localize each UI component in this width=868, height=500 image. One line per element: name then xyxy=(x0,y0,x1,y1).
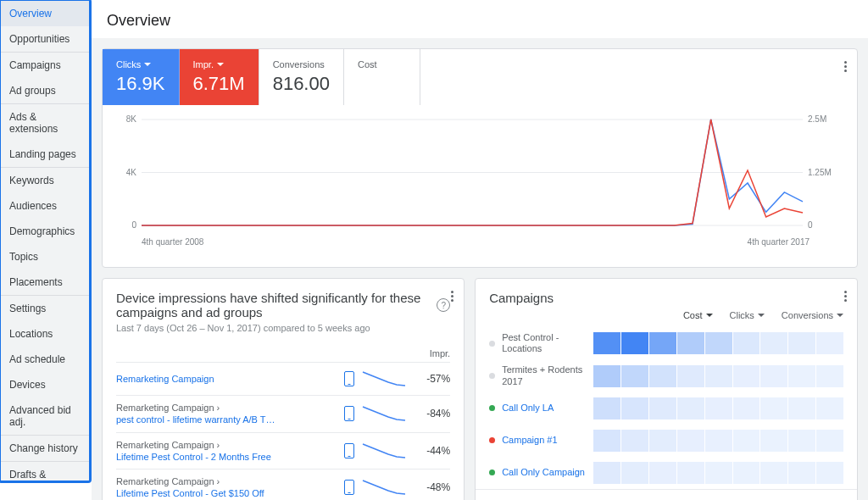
insight-link[interactable]: pest control - lifetime warranty A/B T… xyxy=(116,414,337,425)
insight-subtitle: Last 7 days (Oct 26 – Nov 1, 2017) compa… xyxy=(116,323,450,333)
metric-value: 16.9K xyxy=(116,73,165,95)
mobile-icon xyxy=(344,371,354,386)
campaign-name[interactable]: Campaign #1 xyxy=(502,435,587,446)
svg-text:1.25M: 1.25M xyxy=(808,168,832,177)
help-icon[interactable]: ? xyxy=(437,298,450,312)
sparkline xyxy=(361,441,408,461)
campaign-row: Pest Control - Locations xyxy=(476,327,857,359)
svg-text:2.5M: 2.5M xyxy=(808,115,826,124)
status-dot xyxy=(489,437,495,443)
performance-chart: 8K2.5M4K1.25M00 4th quarter 2008 4th qua… xyxy=(103,105,857,267)
sidebar-item-opportunities[interactable]: Opportunities xyxy=(1,26,89,52)
svg-text:0: 0 xyxy=(131,220,136,230)
metric-card-clicks[interactable]: Clicks 16.9K xyxy=(103,49,180,105)
campaign-row: Call Only Campaign xyxy=(476,457,857,489)
insight-delta: -48% xyxy=(415,481,450,493)
metric-card-impressions[interactable]: Impr. 6.71M xyxy=(180,49,259,105)
insight-row: Remarketing Campaign ›pest control - lif… xyxy=(116,396,450,433)
insight-parent: Remarketing Campaign › xyxy=(116,439,337,451)
overflow-menu-icon[interactable] xyxy=(451,289,453,303)
sidebar-item-placements[interactable]: Placements xyxy=(1,269,89,295)
sidebar-nav: OverviewOpportunitiesCampaignsAd groupsA… xyxy=(0,0,92,483)
metric-label: Impr. xyxy=(193,59,214,69)
metric-value: 816.00 xyxy=(273,73,330,95)
campaign-row: Termites + Rodents 2017 xyxy=(476,359,857,392)
scorecard-panel: Clicks 16.9K Impr. 6.71M Conversions 816… xyxy=(102,48,858,268)
x-axis-start: 4th quarter 2008 xyxy=(142,237,203,247)
status-dot xyxy=(489,373,495,379)
chevron-down-icon xyxy=(217,63,224,66)
campaign-sort-conversions[interactable]: Conversions xyxy=(782,310,843,320)
campaigns-title: Campaigns xyxy=(489,291,554,305)
campaign-heatmap xyxy=(593,332,843,354)
page-title: Overview xyxy=(92,0,868,38)
sparkline xyxy=(361,369,408,389)
campaign-name[interactable]: Call Only Campaign xyxy=(502,467,587,478)
campaign-sort-clicks[interactable]: Clicks xyxy=(730,310,765,320)
chevron-down-icon xyxy=(144,63,151,66)
campaigns-card: Campaigns CostClicksConversions Pest Con… xyxy=(475,278,858,500)
sidebar-item-locations[interactable]: Locations xyxy=(1,321,89,347)
sidebar-item-demographics[interactable]: Demographics xyxy=(1,219,89,244)
svg-text:0: 0 xyxy=(808,220,813,230)
mobile-icon xyxy=(344,443,354,458)
insight-link[interactable]: Lifetime Pest Control - 2 Months Free xyxy=(116,451,337,463)
sidebar-item-ad-groups[interactable]: Ad groups xyxy=(1,78,89,103)
insight-parent: Remarketing Campaign › xyxy=(116,475,337,487)
sidebar-item-topics[interactable]: Topics xyxy=(1,244,89,269)
sidebar-item-landing-pages[interactable]: Landing pages xyxy=(1,142,89,167)
campaign-sort-cost[interactable]: Cost xyxy=(683,310,713,320)
sidebar-item-devices[interactable]: Devices xyxy=(1,372,89,397)
insight-parent: Remarketing Campaign › xyxy=(116,402,337,414)
insight-delta: -44% xyxy=(415,445,450,457)
metric-label: Cost xyxy=(358,59,377,69)
insight-link[interactable]: Lifetime Pest Control - Get $150 Off xyxy=(116,487,337,499)
svg-text:4K: 4K xyxy=(126,168,137,177)
chevron-down-icon xyxy=(706,314,713,317)
status-dot xyxy=(489,405,495,411)
status-dot xyxy=(489,341,495,347)
metric-card-conversions[interactable]: Conversions 816.00 xyxy=(259,49,344,105)
campaign-row: Campaign #1 xyxy=(476,425,857,457)
sidebar-item-campaigns[interactable]: Campaigns xyxy=(1,53,89,78)
column-header: Impr. xyxy=(430,348,450,358)
overflow-menu-icon[interactable] xyxy=(844,59,847,74)
sidebar-item-overview[interactable]: Overview xyxy=(1,1,89,26)
sidebar-item-ad-schedule[interactable]: Ad schedule xyxy=(1,347,89,372)
campaign-heatmap xyxy=(593,397,843,419)
insight-title: Device impressions have shifted signific… xyxy=(116,291,430,319)
status-dot xyxy=(489,469,495,475)
insight-delta: -57% xyxy=(415,373,450,385)
campaign-heatmap xyxy=(593,430,843,452)
insight-link[interactable]: Remarketing Campaign xyxy=(116,373,337,385)
insight-card: Device impressions have shifted signific… xyxy=(102,278,465,500)
sidebar-item-settings[interactable]: Settings xyxy=(1,296,89,321)
metric-value: 6.71M xyxy=(193,73,245,95)
campaign-name: Pest Control - Locations xyxy=(502,332,587,354)
sidebar-item-change-history[interactable]: Change history xyxy=(1,436,89,461)
sidebar-item-drafts-experiments[interactable]: Drafts & experiments xyxy=(1,462,89,483)
campaign-name: Termites + Rodents 2017 xyxy=(502,364,587,386)
svg-text:8K: 8K xyxy=(126,115,137,124)
sidebar-item-advanced-bid-adj-[interactable]: Advanced bid adj. xyxy=(1,397,89,435)
insight-row: Remarketing Campaign ›Lifetime Pest Cont… xyxy=(116,433,450,470)
insight-delta: -84% xyxy=(415,408,450,419)
sidebar-item-audiences[interactable]: Audiences xyxy=(1,193,89,219)
metric-card-cost[interactable]: Cost xyxy=(344,49,420,105)
sidebar-item-ads-extensions[interactable]: Ads & extensions xyxy=(1,104,89,142)
x-axis-end: 4th quarter 2017 xyxy=(748,237,810,247)
metric-label: Conversions xyxy=(273,59,325,69)
metric-label: Clicks xyxy=(116,59,141,69)
mobile-icon xyxy=(344,406,354,421)
sparkline xyxy=(361,477,408,497)
sidebar-item-keywords[interactable]: Keywords xyxy=(1,168,89,193)
sparkline xyxy=(361,403,408,424)
mobile-icon xyxy=(344,480,354,495)
overflow-menu-icon[interactable] xyxy=(844,289,847,303)
campaign-name[interactable]: Call Only LA xyxy=(502,403,587,414)
campaign-heatmap xyxy=(593,365,843,387)
main-content: Overview Clicks 16.9K Impr. 6.71M Conver… xyxy=(92,0,868,500)
campaign-heatmap xyxy=(593,462,843,484)
insight-row: Remarketing Campaign ›Lifetime Pest Cont… xyxy=(116,469,450,500)
insight-row: Remarketing Campaign-57% xyxy=(116,363,450,396)
